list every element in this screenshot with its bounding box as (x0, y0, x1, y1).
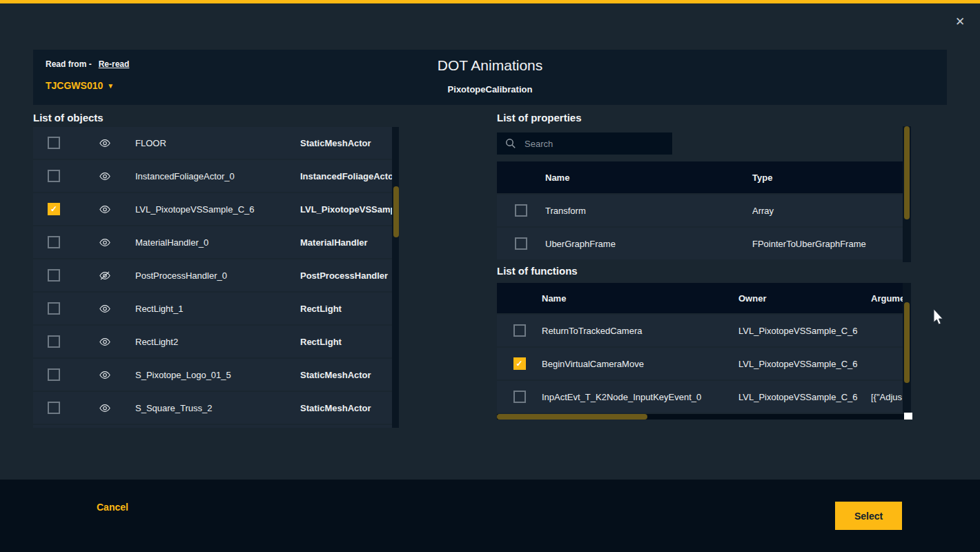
object-row[interactable]: PostProcessHandler_0 PostProcessHandler (33, 259, 392, 291)
functions-hscrollbar-track[interactable] (497, 414, 904, 420)
functions-heading: List of functions (497, 265, 578, 277)
function-arguments: [{"Adjus (871, 392, 903, 402)
checkbox[interactable] (48, 302, 60, 315)
close-icon[interactable]: ✕ (952, 14, 968, 30)
checkbox-checked[interactable] (48, 203, 60, 215)
checkbox[interactable] (48, 137, 60, 149)
object-row[interactable]: S_Pixotope_Logo_01_5 StaticMeshActor (33, 359, 392, 391)
checkbox[interactable] (48, 269, 60, 282)
eye-icon[interactable] (75, 138, 135, 148)
checkbox[interactable] (48, 236, 60, 248)
checkbox[interactable] (513, 324, 526, 337)
search-box[interactable] (497, 132, 672, 155)
property-type: FPointerToUberGraphFrame (752, 239, 903, 249)
eye-icon[interactable] (75, 204, 135, 215)
object-type: RectLight (300, 337, 392, 347)
object-type: StaticMeshActor (300, 403, 392, 413)
properties-col-type: Type (752, 172, 903, 183)
properties-col-name: Name (545, 172, 752, 183)
cancel-button[interactable]: Cancel (97, 502, 128, 513)
functions-table-header: Name Owner Arguments (497, 283, 903, 313)
checkbox-checked[interactable] (513, 357, 526, 370)
object-row[interactable]: S_Square_Truss_2 StaticMeshActor (33, 392, 392, 424)
object-name: PostProcessHandler_0 (135, 270, 300, 281)
object-name: S_Square_Truss_2 (135, 403, 300, 413)
object-row[interactable]: LVL_PixotopeVSSample_C_6 LVL_PixotopeVSS… (33, 193, 392, 225)
checkbox[interactable] (48, 335, 60, 348)
properties-list: Transform Array UberGraphFrame FPointerT… (497, 195, 903, 261)
function-owner: LVL_PixotopeVSSample_C_6 (738, 359, 871, 369)
eye-icon[interactable] (75, 337, 135, 347)
property-type: Array (752, 206, 903, 216)
dialog-footer: Cancel Select (0, 480, 980, 552)
properties-scrollbar-track[interactable] (903, 126, 911, 262)
object-row[interactable]: RectLight_1 RectLight (33, 293, 392, 324)
object-type: PostProcessHandler (300, 270, 392, 281)
objects-list: FLOOR StaticMeshActor InstancedFoliageAc… (33, 127, 392, 428)
functions-scrollbar-thumb[interactable] (904, 302, 910, 383)
properties-heading: List of properties (497, 112, 582, 124)
function-name: InpActEvt_T_K2Node_InputKeyEvent_0 (542, 392, 738, 402)
object-row[interactable]: FLOOR StaticMeshActor (33, 127, 392, 159)
object-name: InstancedFoliageActor_0 (135, 171, 300, 181)
eye-icon[interactable] (75, 304, 135, 314)
object-name: RectLight2 (135, 337, 300, 347)
mouse-cursor (933, 309, 944, 328)
object-type: LVL_PixotopeVSSample_C_6 (300, 204, 392, 215)
objects-scrollbar-thumb[interactable] (393, 186, 399, 237)
function-owner: LVL_PixotopeVSSample_C_6 (738, 392, 871, 402)
object-type: StaticMeshActor (300, 138, 392, 148)
accent-top-bar (0, 0, 980, 3)
dialog-screen: ✕ Read from -Re-read TJCGWS010▼ DOT Anim… (0, 0, 980, 552)
object-name: S_Pixotope_Logo_01_5 (135, 370, 300, 380)
functions-col-arguments: Arguments (871, 293, 903, 304)
checkbox[interactable] (513, 391, 526, 403)
object-name: FLOOR (135, 138, 300, 148)
checkbox[interactable] (515, 237, 527, 250)
eye-icon[interactable] (75, 403, 135, 413)
properties-scrollbar-thumb[interactable] (904, 126, 910, 219)
property-row[interactable]: Transform Array (497, 195, 903, 226)
object-row[interactable]: RectLight2 RectLight (33, 326, 392, 357)
object-type: RectLight (300, 304, 392, 314)
functions-scrollbar-track[interactable] (903, 283, 911, 413)
property-name: Transform (545, 206, 752, 216)
property-row[interactable]: UberGraphFrame FPointerToUberGraphFrame (497, 228, 903, 259)
properties-table-header: Name Type (497, 161, 903, 193)
checkbox[interactable] (48, 402, 60, 414)
function-row[interactable]: ReturnToTrackedCamera LVL_PixotopeVSSamp… (497, 315, 903, 346)
object-name: MaterialHandler_0 (135, 237, 300, 248)
functions-hscrollbar-thumb[interactable] (497, 414, 647, 420)
objects-heading: List of objects (33, 112, 104, 124)
checkbox[interactable] (48, 170, 60, 182)
object-type: StaticMeshActor (300, 370, 392, 380)
search-icon (505, 138, 516, 149)
function-row[interactable]: InpActEvt_T_K2Node_InputKeyEvent_0 LVL_P… (497, 381, 903, 413)
eye-off-icon[interactable] (75, 270, 135, 281)
scrollbar-corner (904, 413, 912, 420)
object-name: LVL_PixotopeVSSample_C_6 (135, 204, 300, 215)
eye-icon[interactable] (75, 237, 135, 248)
function-row[interactable]: BeginVirtualCameraMove LVL_PixotopeVSSam… (497, 348, 903, 379)
eye-icon[interactable] (75, 370, 135, 380)
eye-icon[interactable] (75, 171, 135, 181)
functions-list: ReturnToTrackedCamera LVL_PixotopeVSSamp… (497, 315, 903, 413)
select-button[interactable]: Select (835, 502, 902, 530)
functions-col-owner: Owner (738, 293, 871, 304)
functions-col-name: Name (542, 293, 738, 304)
search-input[interactable] (523, 138, 657, 150)
object-type: MaterialHandler (300, 237, 392, 248)
checkbox[interactable] (515, 204, 527, 217)
page-title: DOT Animations (33, 57, 947, 74)
function-name: BeginVirtualCameraMove (542, 359, 738, 369)
object-name: RectLight_1 (135, 304, 300, 314)
objects-scrollbar-track[interactable] (392, 127, 399, 428)
dialog-header: Read from -Re-read TJCGWS010▼ DOT Animat… (33, 50, 947, 105)
object-type: InstancedFoliageActor (300, 171, 392, 181)
function-name: ReturnToTrackedCamera (542, 326, 738, 336)
property-name: UberGraphFrame (545, 239, 752, 249)
checkbox[interactable] (48, 368, 60, 381)
function-owner: LVL_PixotopeVSSample_C_6 (738, 326, 871, 336)
object-row[interactable]: InstancedFoliageActor_0 InstancedFoliage… (33, 160, 392, 192)
object-row[interactable]: MaterialHandler_0 MaterialHandler (33, 226, 392, 258)
